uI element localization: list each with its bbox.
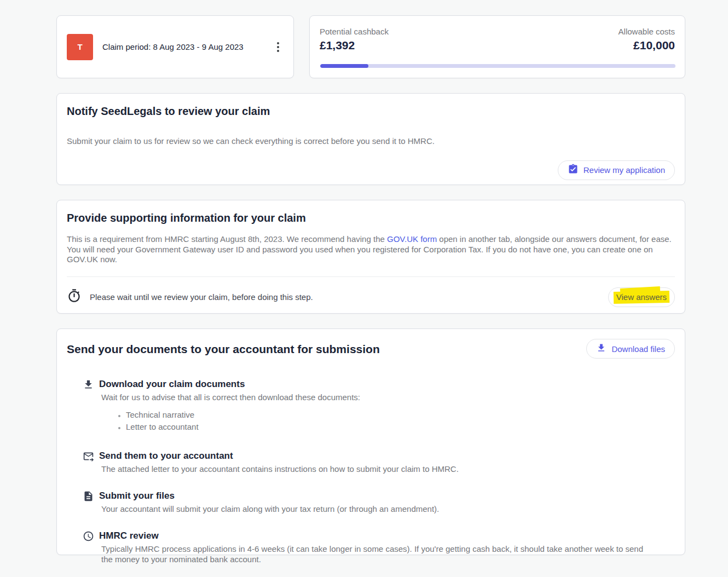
download-files-label: Download files xyxy=(611,344,665,354)
step-description: The attached letter to your accountant c… xyxy=(99,464,459,474)
step-hmrc-review: HMRC review Typically HMRC process appli… xyxy=(83,530,675,564)
progress-fill xyxy=(320,64,368,68)
costs-progress-bar xyxy=(320,64,675,68)
step-submit-files: Submit your files Your accountant will s… xyxy=(83,490,675,514)
page-container: T Claim period: 8 Aug 2023 - 9 Aug 2023 … xyxy=(56,15,685,555)
supporting-info-card: Provide supporting information for your … xyxy=(56,200,685,314)
download-icon xyxy=(596,343,606,355)
cashback-label: Potential cashback xyxy=(320,27,389,36)
claim-period-card: T Claim period: 8 Aug 2023 - 9 Aug 2023 xyxy=(56,15,294,78)
step-description: Wait for us to advise that all is correc… xyxy=(99,392,360,402)
view-answers-button[interactable]: View answers xyxy=(608,287,675,307)
review-application-label: Review my application xyxy=(583,165,665,175)
download-icon xyxy=(83,378,95,434)
bullet-item: Technical narrative xyxy=(126,410,360,419)
description-text-before: This is a requirement from HMRC starting… xyxy=(67,234,387,244)
documents-bullet-list: Technical narrative Letter to accountant xyxy=(99,410,360,431)
send-documents-card: Send your documents to your accountant f… xyxy=(56,328,685,555)
card-divider xyxy=(67,276,675,277)
step-title: HMRC review xyxy=(99,530,653,541)
notify-card-title: Notify SeedLegals to review your claim xyxy=(67,105,675,118)
company-avatar: T xyxy=(67,34,93,60)
step-description: Typically HMRC process applications in 4… xyxy=(99,544,653,564)
send-mail-icon xyxy=(83,450,95,474)
supporting-card-title: Provide supporting information for your … xyxy=(67,211,675,224)
file-icon xyxy=(83,490,95,514)
step-title: Send them to your accountant xyxy=(99,450,459,461)
allowable-costs-value: £10,000 xyxy=(619,39,675,52)
download-files-button[interactable]: Download files xyxy=(586,339,675,359)
clipboard-check-icon xyxy=(568,164,579,176)
step-download-documents: Download your claim documents Wait for u… xyxy=(83,378,675,434)
notify-review-card: Notify SeedLegals to review your claim S… xyxy=(56,93,685,185)
cashback-value: £1,392 xyxy=(320,39,389,52)
steps-list: Download your claim documents Wait for u… xyxy=(83,378,675,564)
documents-card-title: Send your documents to your accountant f… xyxy=(67,343,380,356)
more-options-icon[interactable] xyxy=(274,39,282,55)
step-description: Your accountant will submit your claim a… xyxy=(99,504,439,514)
review-application-button[interactable]: Review my application xyxy=(558,160,675,180)
view-answers-label: View answers xyxy=(616,292,667,302)
yellow-highlight: View answers xyxy=(615,291,668,303)
step-send-to-accountant: Send them to your accountant The attache… xyxy=(83,450,675,474)
govuk-form-link[interactable]: GOV.UK form xyxy=(387,234,437,244)
step-title: Submit your files xyxy=(99,490,439,501)
clock-icon xyxy=(83,530,95,564)
claim-period-label: Claim period: 8 Aug 2023 - 9 Aug 2023 xyxy=(102,42,244,51)
claim-summary-card: Potential cashback £1,392 Allowable cost… xyxy=(309,15,685,78)
bullet-item: Letter to accountant xyxy=(126,422,360,431)
timer-icon xyxy=(67,288,82,305)
step-title: Download your claim documents xyxy=(99,378,360,390)
wait-note: Please wait until we review your claim, … xyxy=(90,292,313,302)
supporting-card-description: This is a requirement from HMRC starting… xyxy=(67,234,675,265)
top-row: T Claim period: 8 Aug 2023 - 9 Aug 2023 … xyxy=(56,15,685,78)
allowable-costs-label: Allowable costs xyxy=(619,27,675,36)
notify-card-description: Submit your claim to us for review so we… xyxy=(67,136,675,147)
